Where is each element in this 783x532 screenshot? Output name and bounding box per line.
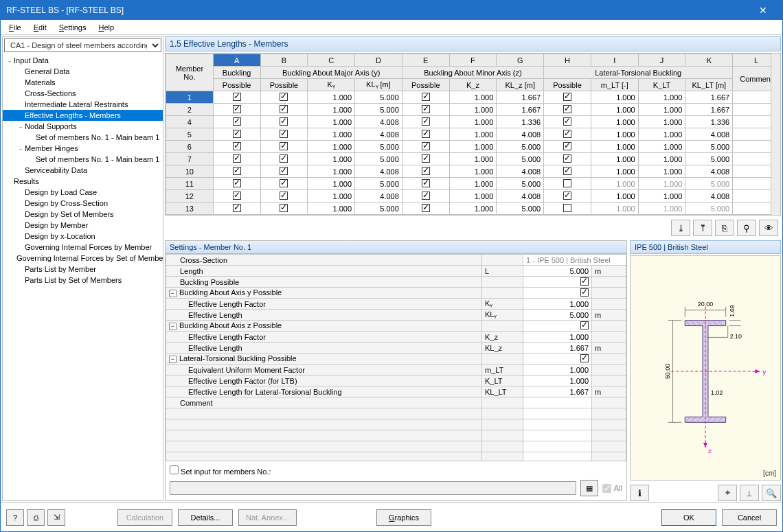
filter-icon[interactable]: ⚲	[737, 220, 756, 236]
tree-item[interactable]: Parts List by Set of Members	[3, 275, 163, 286]
tree-item[interactable]: Design by Member	[3, 220, 163, 231]
table-row[interactable]: 21.0005.0001.0001.6671.0001.0001.667	[166, 104, 780, 116]
set-input-members-field[interactable]	[170, 481, 576, 495]
tree-item[interactable]: Governing Internal Forces by Member	[3, 242, 163, 253]
tree-item[interactable]: Materials	[3, 77, 163, 88]
all-members-checkbox[interactable]	[602, 484, 611, 493]
tree-item[interactable]: Design by Load Case	[3, 187, 163, 198]
preview-header: IPE 500 | British Steel	[630, 240, 781, 254]
preview-pane: IPE 500 | British Steel	[630, 240, 781, 501]
menu-settings[interactable]: Settings	[54, 22, 92, 33]
members-table[interactable]: MemberNo.ABCDEFGHIJKLBucklingBuckling Ab…	[166, 54, 780, 215]
cross-section-preview: y z	[630, 255, 781, 481]
property-row[interactable]: Comment	[166, 397, 626, 408]
svg-text:1.02: 1.02	[711, 389, 723, 396]
help-icon[interactable]: ?	[6, 509, 24, 526]
table-row[interactable]: 11.0005.0001.0001.6671.0001.0001.667	[166, 91, 780, 104]
case-combo[interactable]: CA1 - Design of steel members according …	[4, 38, 161, 52]
search-icon[interactable]: 🔍	[762, 485, 781, 501]
table-row[interactable]: 131.0005.0001.0005.0001.0001.0005.000	[166, 203, 780, 215]
svg-text:50.00: 50.00	[664, 364, 671, 379]
tree-item[interactable]: Set of members No. 1 - Main beam 1	[3, 132, 163, 143]
copy-table-icon[interactable]: ⎘	[715, 220, 734, 236]
left-panel: CA1 - Design of steel members according …	[2, 36, 163, 501]
pick-members-button[interactable]: ▦	[580, 480, 598, 496]
tree-item[interactable]: Design by x-Location	[3, 231, 163, 242]
calculation-button[interactable]: Calculation	[117, 509, 172, 526]
section-svg: y z	[631, 256, 780, 480]
tree-item[interactable]: Effective Lengths - Members	[3, 110, 163, 121]
property-row[interactable]: Cross-Section1 - IPE 500 | British Steel	[166, 255, 626, 266]
settings-pane: Settings - Member No. 1 Cross-Section1 -…	[165, 240, 627, 501]
svg-text:2.10: 2.10	[730, 333, 742, 340]
footer: ?⎙⇲ Calculation Details... Nat. Annex...…	[1, 502, 782, 531]
preview-unit-label: [cm]	[763, 470, 776, 477]
set-input-label[interactable]: Set input for members No.:	[170, 465, 622, 476]
tree-item[interactable]: Serviceability Data	[3, 165, 163, 176]
main-section-header: 1.5 Effective Lengths - Members	[165, 36, 781, 51]
property-row[interactable]: Effective Length for Lateral-Torsional B…	[166, 386, 626, 397]
tree-item[interactable]: Intermediate Lateral Restraints	[3, 99, 163, 110]
window-title: RF-STEEL BS - [RF-STEEL BS]	[6, 5, 749, 15]
view-icon[interactable]: 👁	[759, 220, 778, 236]
close-icon[interactable]: ✕	[749, 5, 777, 16]
nat-annex-button[interactable]: Nat. Annex...	[238, 509, 297, 526]
tree-item[interactable]: Cross-Sections	[3, 88, 163, 99]
table-row[interactable]: 111.0005.0001.0005.0001.0001.0005.000	[166, 178, 780, 190]
ok-button[interactable]: OK	[661, 509, 716, 526]
menu-help[interactable]: Help	[93, 22, 120, 33]
property-row[interactable]: Effective Length FactorKᵧ1.000	[166, 299, 626, 310]
tree-item[interactable]: -Member Hinges	[3, 143, 163, 154]
set-input-checkbox[interactable]	[170, 465, 179, 474]
tree-item[interactable]: General Data	[3, 66, 163, 77]
right-panel: 1.5 Effective Lengths - Members MemberNo…	[165, 36, 781, 501]
tree-item[interactable]: Design by Cross-Section	[3, 198, 163, 209]
dimension-icon[interactable]: ⟂	[740, 485, 759, 501]
tree-item[interactable]: Parts List by Member	[3, 264, 163, 275]
tree-item[interactable]: Set of members No. 1 - Main beam 1	[3, 154, 163, 165]
details-button[interactable]: Details...	[178, 509, 233, 526]
svg-marker-16	[755, 369, 760, 373]
table-row[interactable]: 41.0004.0081.0001.3361.0001.0001.336	[166, 116, 780, 128]
table-row[interactable]: 61.0005.0001.0005.0001.0001.0005.000	[166, 141, 780, 153]
import-excel-icon[interactable]: ⤒	[693, 220, 712, 236]
table-row[interactable]: 101.0004.0081.0004.0081.0001.0004.008	[166, 165, 780, 178]
settings-header: Settings - Member No. 1	[166, 241, 626, 254]
app-window: RF-STEEL BS - [RF-STEEL BS] ✕ FileEditSe…	[0, 0, 783, 532]
table-scrollbar[interactable]	[771, 54, 780, 215]
property-row[interactable]: Effective Length FactorK_z1.000	[166, 332, 626, 343]
properties-table[interactable]: Cross-Section1 - IPE 500 | British Steel…	[166, 254, 626, 461]
svg-text:y: y	[762, 368, 766, 375]
export-icon[interactable]: ⇲	[47, 509, 65, 526]
property-row[interactable]: Effective LengthKLᵧ5.000m	[166, 310, 626, 321]
property-row[interactable]: −Buckling About Axis z Possible	[166, 321, 626, 332]
export-excel-icon[interactable]: ⤓	[671, 220, 690, 236]
property-row[interactable]: Effective LengthKL_z1.667m	[166, 343, 626, 354]
tree-item[interactable]: Governing Internal Forces by Set of Memb…	[3, 253, 163, 264]
table-row[interactable]: 51.0004.0081.0004.0081.0001.0004.008	[166, 128, 780, 141]
menu-edit[interactable]: Edit	[28, 22, 52, 33]
tree-item[interactable]: Results	[3, 176, 163, 187]
graphics-button[interactable]: Graphics	[376, 509, 431, 526]
property-row[interactable]: −Lateral-Torsional Buckling Possible	[166, 354, 626, 365]
property-row[interactable]: Buckling Possible	[166, 277, 626, 288]
all-members-label: All	[614, 484, 622, 492]
menu-file[interactable]: File	[3, 22, 27, 33]
axis-icon[interactable]: ⌖	[718, 485, 737, 501]
tree-item[interactable]: -Nodal Supports	[3, 121, 163, 132]
print-icon[interactable]: ⎙	[27, 509, 45, 526]
cancel-button[interactable]: Cancel	[722, 509, 777, 526]
property-row[interactable]: −Buckling About Axis y Possible	[166, 288, 626, 299]
table-row[interactable]: 121.0004.0081.0004.0081.0001.0004.008	[166, 190, 780, 203]
nav-tree[interactable]: -Input DataGeneral DataMaterialsCross-Se…	[3, 54, 163, 500]
property-row[interactable]: Equivalent Uniform Moment Factorm_LT1.00…	[166, 365, 626, 375]
tree-item[interactable]: Design by Set of Members	[3, 209, 163, 220]
svg-text:20.00: 20.00	[698, 301, 713, 308]
tree-item[interactable]: -Input Data	[3, 55, 163, 66]
property-row[interactable]: Effective Length Factor (for LTB)K_LT1.0…	[166, 375, 626, 386]
property-row[interactable]: LengthL5.000m	[166, 266, 626, 277]
table-toolbar: ⤓⤒⎘⚲👁	[165, 217, 781, 239]
menubar: FileEditSettingsHelp	[1, 20, 782, 35]
table-row[interactable]: 71.0005.0001.0005.0001.0001.0005.000	[166, 153, 780, 165]
info-icon[interactable]: ℹ	[630, 485, 649, 501]
